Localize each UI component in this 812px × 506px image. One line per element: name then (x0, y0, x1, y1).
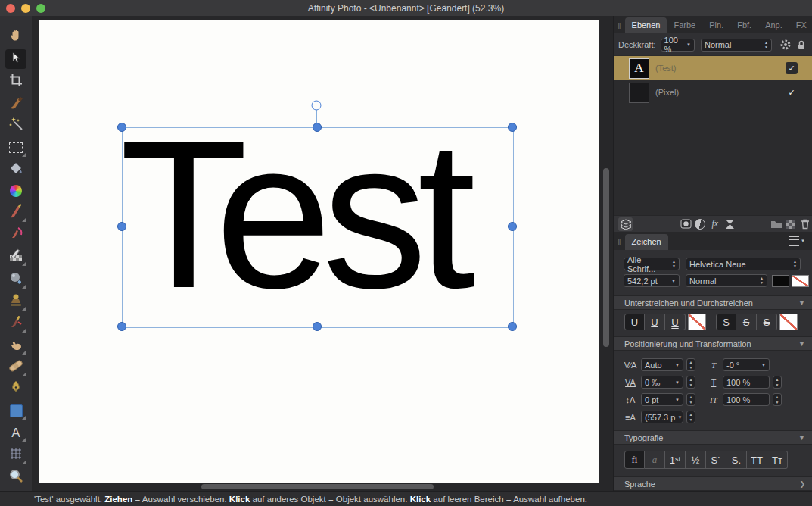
mask-layer-button[interactable] (678, 217, 692, 231)
paint-brush-tool[interactable] (5, 203, 26, 223)
layer-label[interactable]: (Pixel) (655, 88, 679, 97)
kerning-field[interactable]: Auto▼ (641, 358, 683, 371)
text-tool[interactable]: A (5, 423, 26, 442)
resize-handle-top-center[interactable] (313, 123, 322, 132)
ligatures-button[interactable]: fi (624, 451, 645, 469)
font-family-select[interactable]: Helvetica Neue▲▼ (686, 258, 801, 270)
underline-double-button[interactable]: U (665, 314, 686, 330)
marquee-tool[interactable] (5, 138, 26, 158)
minimize-button[interactable] (21, 4, 30, 13)
lock-layer-button[interactable] (793, 38, 809, 52)
underline-none-button[interactable]: U (624, 314, 645, 330)
panel-grip-icon[interactable]: ‖ (618, 21, 622, 30)
retouch-brush-tool[interactable] (5, 314, 26, 333)
fill-color-swatch[interactable] (772, 275, 789, 287)
stroke-none-swatch[interactable] (792, 275, 809, 287)
view-tool[interactable] (5, 27, 26, 47)
tab-fx[interactable]: FX (789, 17, 812, 33)
tab-pinsel[interactable]: Pin. (702, 17, 730, 33)
delete-layer-button[interactable] (798, 217, 812, 231)
font-size-dropdown[interactable]: 542,2 pt▼ (624, 274, 680, 287)
tab-farbe[interactable]: Farbe (667, 17, 702, 33)
resize-handle-bottom-left[interactable] (117, 322, 126, 331)
shear-field[interactable]: -0 °▼ (723, 358, 770, 371)
underline-color-swatch[interactable] (688, 314, 706, 330)
vertical-scale-stepper[interactable]: ▲▼ (773, 393, 782, 406)
layer-thumbnail[interactable] (629, 83, 649, 103)
vertical-scale-field[interactable]: 100 % (723, 393, 770, 406)
strikethrough-color-swatch[interactable] (779, 314, 798, 330)
font-style-select[interactable]: Normal▲▼ (686, 274, 767, 287)
close-button[interactable] (6, 4, 15, 13)
layer-thumbnail[interactable]: A (629, 58, 649, 79)
canvas-area[interactable]: Test (32, 16, 613, 491)
baseline-stepper[interactable]: ▲▼ (686, 393, 695, 406)
all-caps-button[interactable]: TT (747, 451, 767, 469)
vertical-scrollbar[interactable] (603, 168, 609, 347)
tab-ebenen[interactable]: Ebenen (625, 17, 667, 33)
document-page[interactable]: Test (39, 20, 599, 483)
language-section-header[interactable]: Sprache ❯ (614, 476, 812, 491)
resize-handle-middle-right[interactable] (508, 222, 517, 231)
adjustment-layer-button[interactable] (693, 217, 708, 231)
small-caps-button[interactable]: Tᴛ (767, 451, 788, 469)
layer-effects-button[interactable]: fx (708, 217, 722, 231)
leading-stepper[interactable]: ▲▼ (686, 411, 695, 423)
strikethrough-single-button[interactable]: S (736, 314, 757, 330)
resize-handle-top-right[interactable] (508, 123, 517, 132)
opacity-dropdown[interactable]: 100 %▼ (661, 39, 695, 52)
layer-settings-button[interactable] (778, 38, 794, 52)
rotation-handle[interactable] (312, 101, 322, 111)
resize-handle-top-left[interactable] (117, 123, 126, 132)
alternates-button[interactable]: a (645, 451, 665, 469)
blur-tool[interactable] (5, 270, 26, 289)
mesh-warp-tool[interactable] (5, 445, 26, 465)
selection-bounding-box[interactable] (122, 127, 514, 328)
panel-grip-icon[interactable]: ‖ (618, 237, 622, 246)
selection-brush-tool[interactable] (5, 95, 26, 114)
tracking-stepper[interactable]: ▲▼ (686, 376, 695, 389)
underline-single-button[interactable]: U (645, 314, 665, 330)
resize-handle-bottom-right[interactable] (508, 322, 517, 331)
clone-stamp-tool[interactable] (5, 292, 26, 311)
resize-handle-bottom-center[interactable] (313, 322, 322, 331)
flood-select-tool[interactable] (5, 115, 26, 135)
layers-panel-button[interactable] (618, 217, 633, 231)
panel-menu-button[interactable]: ▼ (789, 236, 805, 246)
crop-tool[interactable] (5, 72, 26, 92)
gradient-tool[interactable] (5, 181, 26, 201)
underline-section-header[interactable]: Unterstreichen und Durchstreichen ▼ (614, 295, 812, 310)
move-tool[interactable] (5, 49, 26, 69)
baseline-field[interactable]: 0 pt▼ (641, 393, 683, 406)
zoom-window-button[interactable] (36, 4, 45, 13)
strikethrough-none-button[interactable]: S (716, 314, 736, 330)
layer-visibility-checkbox[interactable]: ✓ (786, 86, 798, 98)
strikethrough-double-button[interactable]: S (757, 314, 777, 330)
layer-row-test[interactable]: A (Test) ✓ (614, 56, 812, 80)
horizontal-scale-field[interactable]: 100 % (723, 376, 770, 389)
blend-mode-select[interactable]: Normal▲▼ (701, 39, 772, 52)
tab-zeichen[interactable]: Zeichen (625, 234, 668, 250)
eraser-tool[interactable] (5, 247, 26, 267)
ordinals-button[interactable]: 1ˢᵗ (665, 451, 686, 469)
tab-farbfelder[interactable]: Fbf. (730, 17, 758, 33)
color-replacement-brush-tool[interactable] (5, 225, 26, 245)
horizontal-scrollbar[interactable] (201, 484, 434, 489)
pen-tool[interactable] (5, 379, 26, 398)
typography-section-header[interactable]: Typografie ▼ (614, 430, 812, 445)
layer-visibility-checkbox[interactable]: ✓ (786, 62, 798, 74)
live-filter-button[interactable] (723, 217, 737, 231)
subscript-button[interactable]: S. (726, 451, 747, 469)
new-layer-button[interactable] (783, 217, 798, 231)
layer-label[interactable]: (Test) (655, 64, 677, 73)
tab-anpassung[interactable]: Anp. (758, 17, 789, 33)
tracking-field[interactable]: 0 ‰▼ (641, 376, 683, 389)
font-collection-select[interactable]: Alle Schrif...▲▼ (624, 258, 680, 270)
horizontal-scale-stepper[interactable]: ▲▼ (773, 376, 782, 389)
position-section-header[interactable]: Positionierung und Transformation ▼ (614, 336, 812, 351)
superscript-button[interactable]: S˙ (706, 451, 726, 469)
smudge-tool[interactable] (5, 336, 26, 355)
healing-tool[interactable] (5, 358, 26, 377)
resize-handle-middle-left[interactable] (117, 222, 126, 231)
kerning-stepper[interactable]: ▲▼ (686, 358, 695, 371)
